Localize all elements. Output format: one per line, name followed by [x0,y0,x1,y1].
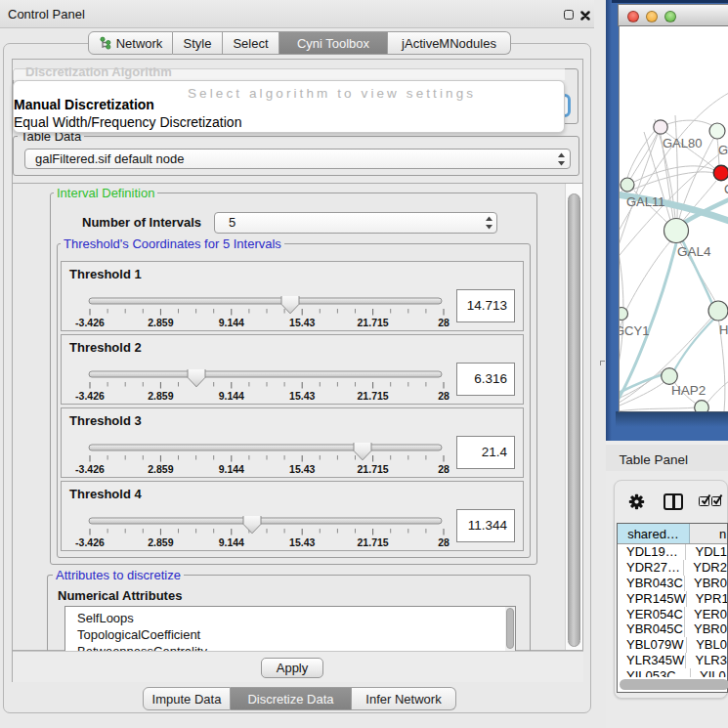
svg-text:9.144: 9.144 [219,390,244,402]
svg-text:9.144: 9.144 [219,317,244,328]
svg-text:-3.426: -3.426 [75,536,105,548]
svg-text:28: 28 [438,536,450,548]
svg-text:15.43: 15.43 [289,390,315,402]
svg-text:-3.426: -3.426 [75,390,105,402]
svg-text:15.43: 15.43 [289,463,315,475]
svg-text:GA: GA [718,143,728,157]
svg-text:21.715: 21.715 [358,390,389,402]
svg-text:GAL11: GAL11 [626,194,665,209]
svg-text:-3.426: -3.426 [75,463,105,475]
svg-text:21.715: 21.715 [358,463,389,475]
svg-text:2.859: 2.859 [148,317,173,328]
svg-text:28: 28 [438,390,450,402]
svg-text:2.859: 2.859 [148,390,173,402]
svg-text:C: C [724,182,728,196]
svg-text:28: 28 [438,317,450,328]
svg-text:28: 28 [438,463,450,475]
svg-text:HAP2: HAP2 [671,383,706,398]
svg-text:21.715: 21.715 [358,317,389,328]
svg-text:GAL4: GAL4 [677,244,711,259]
svg-text:GCY1: GCY1 [620,323,649,338]
svg-text:-3.426: -3.426 [75,317,105,328]
svg-text:15.43: 15.43 [289,317,315,328]
svg-text:2.859: 2.859 [148,536,173,548]
svg-text:9.144: 9.144 [219,463,244,475]
svg-text:2.859: 2.859 [148,463,173,475]
svg-text:GAL80: GAL80 [663,136,702,150]
svg-text:15.43: 15.43 [289,536,315,548]
svg-text:9.144: 9.144 [219,536,244,548]
svg-text:21.715: 21.715 [358,536,389,548]
svg-text:H: H [719,322,728,337]
